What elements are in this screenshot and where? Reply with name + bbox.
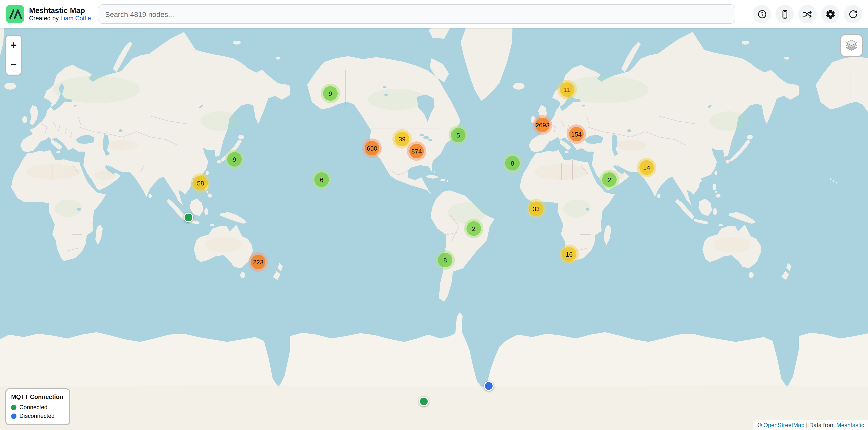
cluster-count: 11 xyxy=(564,86,570,93)
marker-cluster[interactable]: 14 xyxy=(637,158,656,177)
header-buttons xyxy=(753,5,862,23)
marker-cluster[interactable]: 16 xyxy=(559,244,579,264)
legend-dot xyxy=(11,413,17,419)
legend-label: Connected xyxy=(20,404,48,410)
byline: Created by Liam Cottle xyxy=(29,15,91,22)
refresh-icon xyxy=(848,9,858,19)
node-marker-connected[interactable] xyxy=(419,397,429,406)
cluster-count: 6 xyxy=(320,176,323,183)
node-marker-disconnected[interactable] xyxy=(484,381,494,391)
cluster-count: 2 xyxy=(472,225,475,232)
cluster-count: 58 xyxy=(197,179,204,187)
cluster-count: 8 xyxy=(443,256,447,264)
cluster-count: 874 xyxy=(411,147,422,155)
author-link[interactable]: Liam Cottle xyxy=(60,15,91,22)
cluster-count: 33 xyxy=(533,205,540,212)
marker-cluster[interactable]: 874 xyxy=(407,141,426,161)
marker-cluster[interactable]: 58 xyxy=(191,173,210,193)
marker-cluster[interactable]: 33 xyxy=(527,199,546,219)
legend-item: Connected xyxy=(11,404,63,410)
legend-title: MQTT Connection xyxy=(11,394,63,400)
cluster-count: 650 xyxy=(367,144,377,152)
title-block: Meshtastic Map Created by Liam Cottle xyxy=(29,6,91,22)
copyright-symbol: © xyxy=(757,422,764,429)
app: + − 939650874526931115482149586332816223… xyxy=(0,0,868,430)
marker-cluster[interactable]: 6 xyxy=(312,170,331,189)
marker-cluster[interactable]: 154 xyxy=(567,125,586,144)
marker-cluster[interactable]: 5 xyxy=(448,125,468,145)
marker-cluster[interactable]: 8 xyxy=(503,154,522,173)
layers-icon xyxy=(844,38,859,53)
map-tiles xyxy=(0,0,868,430)
byline-prefix: Created by xyxy=(29,15,60,22)
cluster-count: 39 xyxy=(399,135,406,143)
cluster-count: 9 xyxy=(329,90,332,97)
mobile-app-button[interactable] xyxy=(775,5,794,23)
meshtastic-logo-icon xyxy=(6,5,24,23)
node-marker-connected[interactable] xyxy=(184,212,193,222)
openstreetmap-link[interactable]: OpenStreetMap xyxy=(764,422,804,429)
marker-cluster[interactable]: 9 xyxy=(225,150,244,169)
mobile-phone-icon xyxy=(780,9,790,19)
random-node-button[interactable] xyxy=(798,5,817,23)
cluster-count: 2 xyxy=(608,176,611,183)
zoom-control: + − xyxy=(5,35,22,75)
top-bar: Meshtastic Map Created by Liam Cottle xyxy=(0,0,868,28)
cluster-count: 9 xyxy=(233,156,236,163)
meshtastic-logo xyxy=(6,5,24,23)
legend-item: Disconnected xyxy=(11,412,63,419)
gear-icon xyxy=(825,9,835,19)
marker-cluster[interactable]: 2 xyxy=(464,219,484,238)
marker-cluster[interactable]: 223 xyxy=(248,252,268,272)
cluster-count: 223 xyxy=(253,258,263,266)
info-button[interactable] xyxy=(753,5,771,23)
cluster-count: 154 xyxy=(571,131,582,138)
layers-control[interactable] xyxy=(840,34,863,57)
search-input[interactable] xyxy=(98,4,735,24)
meshtastic-link[interactable]: Meshtastic xyxy=(836,422,864,429)
cluster-count: 8 xyxy=(511,160,514,167)
legend-rows: ConnectedDisconnected xyxy=(11,404,63,419)
legend-dot xyxy=(11,405,17,410)
legend-label: Disconnected xyxy=(20,412,55,419)
marker-cluster[interactable]: 2693 xyxy=(533,115,552,135)
cluster-count: 2693 xyxy=(535,121,550,129)
info-icon xyxy=(757,9,767,19)
cluster-count: 14 xyxy=(643,164,650,171)
marker-cluster[interactable]: 8 xyxy=(435,250,455,270)
map-attribution: © OpenStreetMap | Data from Meshtastic xyxy=(753,420,868,430)
search-wrap xyxy=(98,4,735,24)
marker-cluster[interactable]: 2 xyxy=(600,170,619,189)
marker-cluster[interactable]: 9 xyxy=(321,84,340,103)
mqtt-legend: MQTT Connection ConnectedDisconnected xyxy=(5,388,70,425)
marker-cluster[interactable]: 650 xyxy=(362,138,382,158)
zoom-out-button[interactable]: − xyxy=(6,55,21,74)
cluster-count: 16 xyxy=(566,251,573,258)
world-map[interactable]: + − 939650874526931115482149586332816223… xyxy=(0,0,868,430)
refresh-button[interactable] xyxy=(844,5,862,23)
zoom-in-button[interactable]: + xyxy=(6,36,21,55)
attribution-separator: | Data from xyxy=(805,422,837,429)
page-title: Meshtastic Map xyxy=(29,6,91,15)
settings-button[interactable] xyxy=(821,5,839,23)
shuffle-icon xyxy=(802,9,812,19)
cluster-count: 5 xyxy=(457,131,460,139)
marker-cluster[interactable]: 11 xyxy=(558,80,577,99)
